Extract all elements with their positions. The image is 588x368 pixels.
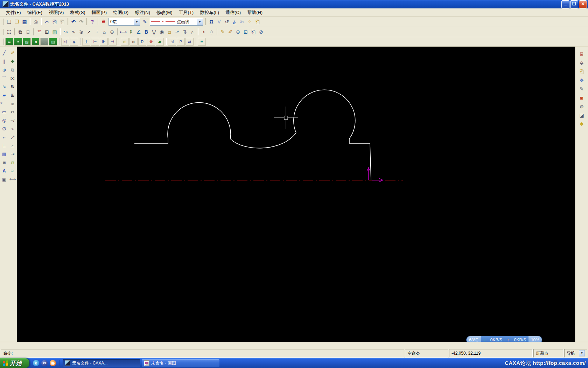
command-prompt[interactable]: 命令: — [1, 349, 404, 357]
paste-icon[interactable]: ⎗ — [58, 18, 66, 26]
pointer-arrow-icon[interactable]: ➚ — [85, 28, 93, 36]
edge-trim-tool-icon[interactable]: –/ — [8, 116, 17, 124]
box-dim-icon[interactable]: ⧈ — [166, 28, 173, 36]
rough-turning-icon[interactable]: ≋ — [5, 38, 13, 46]
zigzag-line-icon[interactable]: ≷ — [77, 28, 85, 36]
serial-comm-icon[interactable]: ⇄ — [186, 38, 194, 46]
center-target-icon[interactable]: ⊕ — [108, 28, 116, 36]
b-dim-icon[interactable]: B — [142, 28, 150, 36]
menu-edit[interactable]: 编辑(E) — [24, 9, 46, 16]
table-icon[interactable]: ⊞ — [43, 28, 51, 36]
trajectory-icon[interactable]: 回 — [61, 38, 69, 46]
measure-icon[interactable]: ⌖ — [200, 28, 208, 36]
raster-image-icon[interactable]: ▨ — [51, 28, 58, 36]
angle-dim-icon[interactable]: ∠ — [135, 28, 142, 36]
zoom-in-icon[interactable]: ⊕ — [234, 28, 242, 36]
delete-tool-icon[interactable]: ✐ — [8, 49, 17, 57]
send-code-icon[interactable]: ⇲ — [168, 38, 176, 46]
grab-page-icon[interactable]: ⎗ — [254, 18, 261, 26]
save-icon[interactable]: ▦ — [21, 18, 28, 26]
task-caxa-button[interactable]: 无名文件 - CAXA... — [63, 359, 140, 367]
move-tool-icon[interactable]: ✥ — [8, 57, 17, 66]
groove-tool-icon[interactable]: ⊢ — [91, 38, 99, 46]
hatch-tool-icon[interactable]: ▩ — [0, 150, 8, 158]
maximize-button[interactable]: ❐ — [570, 0, 578, 8]
thread-tool-icon[interactable]: ⊣ — [108, 38, 117, 46]
drawing-canvas[interactable]: 68℃ ↓ 0KB/S ↑ 0KB/S 10% — [17, 47, 575, 342]
polyline-tool-icon[interactable]: ∟ — [0, 141, 8, 150]
profile-line-tool-icon[interactable]: ⌐ — [0, 133, 8, 141]
break-tool-icon[interactable]: ⌁ — [8, 124, 17, 133]
zoom-previous-icon[interactable]: ⊘ — [257, 28, 265, 36]
menu-draw[interactable]: 绘图(D) — [110, 9, 132, 16]
block-edit-icon[interactable]: ✎ — [577, 84, 586, 93]
mirror-tool-icon[interactable]: ⋈ — [8, 74, 17, 82]
modify-point-icon[interactable]: ✐ — [226, 28, 234, 36]
machine-setup-icon[interactable]: ⚒ — [147, 38, 155, 46]
post-process-icon[interactable]: ⊞ — [121, 38, 129, 46]
scatter-points-icon[interactable]: ⁘ — [246, 18, 254, 26]
app-icon[interactable] — [2, 1, 9, 7]
leader-dim-icon[interactable]: ⬏ — [173, 28, 181, 36]
text-window-icon[interactable]: ⌸ — [24, 28, 32, 36]
baseline-dim-icon[interactable]: ⇞ — [127, 28, 135, 36]
circle-dim-icon[interactable]: ◉ — [158, 28, 166, 36]
zoom-page-icon[interactable]: ⎗ — [250, 28, 257, 36]
print-icon[interactable]: ⎙ — [32, 18, 40, 26]
menu-dimension[interactable]: 标注(N) — [132, 9, 153, 16]
undo-icon[interactable]: ↶ — [70, 18, 77, 26]
text-tool-icon[interactable]: A — [0, 166, 8, 175]
zoom-window-icon[interactable]: ⊡ — [242, 28, 250, 36]
groove-cutting-icon[interactable]: ▨ — [23, 38, 31, 46]
menu-modify[interactable]: 修改(M) — [153, 9, 176, 16]
start-button[interactable]: 开始 — [0, 358, 29, 368]
paired-dim-icon[interactable]: ⇅ — [181, 28, 189, 36]
search-dim-icon[interactable]: ⌕ — [189, 28, 196, 36]
menu-view[interactable]: 视图(V) — [46, 9, 67, 16]
view-3d-icon[interactable]: ⬙ — [577, 58, 586, 67]
drill-tool-icon[interactable]: ⊩ — [100, 38, 108, 46]
menu-comm[interactable]: 通信(C) — [222, 9, 244, 16]
mdi-panel-icon[interactable]: ≣ — [198, 38, 206, 46]
mirror-text-icon[interactable]: ◭ — [231, 18, 238, 26]
hide-region-icon[interactable]: ⊘ — [577, 102, 586, 111]
linestyle-combobox[interactable]: 点画线 ▼ — [150, 18, 203, 26]
pick-mode[interactable]: 屏幕点 — [533, 349, 564, 357]
chamfer-dim-icon[interactable]: ⋁ — [150, 28, 158, 36]
layer-edit-tool-icon[interactable]: ≋ — [8, 166, 17, 175]
grind-icon[interactable]: ▰ — [156, 38, 164, 46]
quicklaunch-ie-icon[interactable]: e — [33, 360, 39, 366]
wave-line-icon[interactable]: ∿ — [70, 28, 77, 36]
linestyle-icon[interactable]: ✎ — [141, 18, 149, 26]
quicklaunch-msn-icon[interactable]: ✉ — [41, 360, 48, 366]
menu-tools[interactable]: 工具(T) — [176, 9, 197, 16]
corner-tool-icon[interactable]: ⌓ — [8, 141, 17, 150]
rotate-tool-icon[interactable]: ↻ — [8, 82, 17, 91]
ucs-delete-icon[interactable]: ⍯ — [577, 49, 586, 58]
print-code-icon[interactable]: P — [177, 38, 185, 46]
menu-file[interactable]: 文件(F) — [3, 9, 24, 16]
nav-mode-dropdown[interactable]: 导航 ▼ — [564, 349, 587, 357]
chevron-down-icon[interactable]: ▼ — [197, 19, 203, 25]
stretch-tool-icon[interactable]: ⤢ — [8, 133, 17, 141]
copy-icon[interactable]: ⎘ — [51, 18, 58, 26]
chevron-down-icon[interactable]: ▼ — [134, 19, 140, 25]
net-monitor-widget[interactable]: 68℃ ↓ 0KB/S ↑ 0KB/S 10% — [467, 336, 542, 342]
circle-tool-icon[interactable]: ⊕ — [0, 66, 8, 74]
new-file-icon[interactable]: ❑ — [5, 18, 13, 26]
finish-turning-icon[interactable]: ≈ — [14, 38, 22, 46]
close-button[interactable]: ✕ — [579, 0, 587, 8]
quicklaunch-firefox-icon[interactable]: ◉ — [50, 360, 56, 366]
arc-tool-icon[interactable]: ⌒ — [0, 74, 8, 82]
dynamic-rotate-icon[interactable]: ↺ — [223, 18, 231, 26]
part-profile[interactable] — [134, 90, 371, 180]
cut-icon[interactable]: ✂ — [43, 18, 51, 26]
formula-curve-tool-icon[interactable]: ▰ — [0, 91, 8, 99]
shear-icon[interactable]: ✄ — [238, 18, 246, 26]
paste-special-icon[interactable]: ⎗ — [577, 67, 586, 76]
layer-combobox[interactable]: 0层 ▼ — [108, 18, 140, 26]
lathe-tool-icon[interactable]: ⊥ — [82, 38, 90, 46]
section-line-tool-icon[interactable]: ∅ — [0, 124, 8, 133]
spline-tool-icon[interactable]: ∿ — [0, 82, 8, 91]
block-op-tool-icon[interactable]: ⧄ — [8, 158, 17, 166]
